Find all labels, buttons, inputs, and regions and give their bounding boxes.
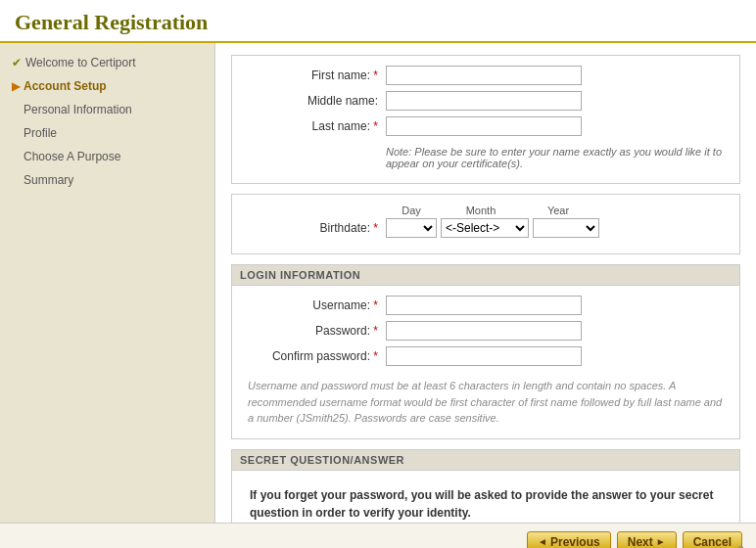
birthdate-month-select[interactable]: <-Select-> JanuaryFebruary MarchApril Ma… xyxy=(441,218,529,238)
login-note: Username and password must be at least 6… xyxy=(244,372,728,429)
main-content: ✔ Welcome to Certiport ▶ Account Setup P… xyxy=(0,43,756,523)
login-section-body: Username: * Password: * xyxy=(232,286,739,438)
secret-section: SECRET QUESTION/ANSWER If you forget you… xyxy=(231,449,740,524)
name-section: First name: * Middle name: Last name: xyxy=(231,55,740,184)
page-title: General Registration xyxy=(15,10,741,35)
login-section-header: LOGIN INFORMATION xyxy=(232,265,739,286)
first-name-input[interactable] xyxy=(386,66,582,85)
required-star: * xyxy=(373,324,378,338)
sidebar-item-personal-info[interactable]: Personal Information xyxy=(0,98,214,121)
cancel-button[interactable]: Cancel xyxy=(683,531,742,549)
next-arrow-icon: ► xyxy=(656,536,666,547)
confirm-password-label: Confirm password: * xyxy=(244,349,386,363)
sidebar-item-label: Welcome to Certiport xyxy=(25,56,135,69)
check-icon: ✔ xyxy=(12,56,22,69)
previous-button[interactable]: ◄ Previous xyxy=(527,531,611,549)
form-area: First name: * Middle name: Last name: xyxy=(215,43,756,523)
day-col-label: Day xyxy=(386,205,437,216)
page-header: General Registration xyxy=(0,0,756,43)
sidebar-item-label: Profile xyxy=(24,126,57,140)
sidebar-item-label: Personal Information xyxy=(24,103,132,116)
birthdate-section-body: Day Month Year Birthdate: * 123 xyxy=(232,195,739,253)
name-note: Note: Please be sure to enter your name … xyxy=(244,142,728,173)
bottom-nav: ◄ Previous Next ► Cancel xyxy=(0,523,756,548)
login-section: LOGIN INFORMATION Username: * Password: xyxy=(231,264,740,439)
secret-section-header: SECRET QUESTION/ANSWER xyxy=(232,450,739,471)
sidebar: ✔ Welcome to Certiport ▶ Account Setup P… xyxy=(0,43,215,523)
secret-section-body: If you forget your password, you will be… xyxy=(232,471,739,524)
sidebar-item-label: Choose A Purpose xyxy=(24,150,120,163)
username-row: Username: * xyxy=(244,296,728,315)
last-name-label: Last name: * xyxy=(244,119,386,133)
required-star: * xyxy=(373,68,378,82)
sidebar-item-choose-purpose[interactable]: Choose A Purpose xyxy=(0,145,214,168)
required-star: * xyxy=(373,298,378,312)
password-row: Password: * xyxy=(244,321,728,341)
birthdate-day-select[interactable]: 123 456 789 101112 131415 161718 192021 … xyxy=(386,218,437,238)
first-name-row: First name: * xyxy=(244,66,728,85)
arrow-icon: ▶ xyxy=(12,80,20,93)
month-col-label: Month xyxy=(437,205,525,216)
bottom-nav-right: ◄ Previous Next ► Cancel xyxy=(527,531,742,549)
birthdate-section: Day Month Year Birthdate: * 123 xyxy=(231,194,740,254)
birthdate-inputs: 123 456 789 101112 131415 161718 192021 … xyxy=(386,218,599,238)
sidebar-item-profile[interactable]: Profile xyxy=(0,121,214,145)
middle-name-row: Middle name: xyxy=(244,91,728,111)
birthdate-year-select[interactable]: 19801985 19901991 19921993 19941995 1996… xyxy=(533,218,599,238)
prev-arrow-icon: ◄ xyxy=(538,536,547,547)
required-star: * xyxy=(373,349,378,363)
last-name-input[interactable] xyxy=(386,116,582,136)
username-label: Username: * xyxy=(244,298,386,312)
sidebar-item-account-setup[interactable]: ▶ Account Setup xyxy=(0,74,214,98)
required-star: * xyxy=(373,119,378,133)
birthdate-row: Birthdate: * 123 456 789 101112 131415 xyxy=(244,218,728,238)
first-name-label: First name: * xyxy=(244,68,386,82)
sidebar-item-summary[interactable]: Summary xyxy=(0,168,214,192)
sidebar-item-label: Summary xyxy=(24,173,73,187)
confirm-password-row: Confirm password: * xyxy=(244,346,728,366)
username-input[interactable] xyxy=(386,296,582,315)
middle-name-input[interactable] xyxy=(386,91,582,111)
sidebar-item-label: Account Setup xyxy=(24,79,107,93)
next-button[interactable]: Next ► xyxy=(617,531,677,549)
year-col-label: Year xyxy=(525,205,591,216)
birthdate-label: Birthdate: * xyxy=(244,221,386,235)
password-label: Password: * xyxy=(244,324,386,338)
secret-description: If you forget your password, you will be… xyxy=(244,480,728,524)
sidebar-item-welcome[interactable]: ✔ Welcome to Certiport xyxy=(0,51,214,74)
middle-name-label: Middle name: xyxy=(244,94,386,108)
name-section-body: First name: * Middle name: Last name: xyxy=(232,56,739,183)
last-name-row: Last name: * xyxy=(244,116,728,136)
page-number: 3 xyxy=(737,544,744,548)
birthdate-col-headers: Day Month Year xyxy=(244,205,728,216)
password-input[interactable] xyxy=(386,321,582,341)
confirm-password-input[interactable] xyxy=(386,346,582,366)
required-star: * xyxy=(373,221,378,235)
